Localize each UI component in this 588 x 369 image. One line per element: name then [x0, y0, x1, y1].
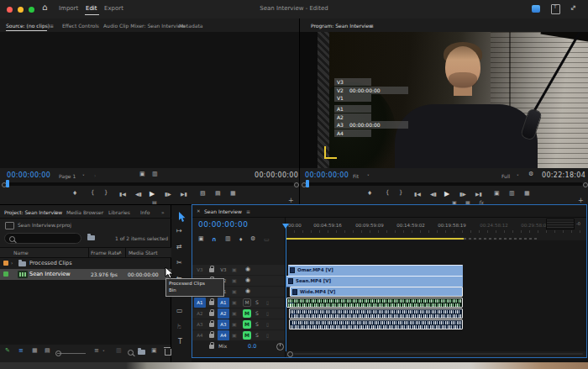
mix-gain-value[interactable]: 0.0 [248, 343, 256, 350]
audio-clip-a3[interactable] [289, 319, 463, 329]
minimize-window-button[interactable] [18, 7, 24, 13]
step-back-button[interactable]: ◀▮ [135, 192, 142, 197]
project-row-processed-clips[interactable]: › Processed Clips [0, 258, 171, 269]
mark-in-button[interactable]: { [91, 190, 94, 196]
clip-wide-v1[interactable]: Wide.MP4 [V] [290, 287, 463, 297]
mute-button[interactable]: M [243, 309, 251, 318]
voiceover-mic-icon[interactable]: ▯ [266, 300, 269, 305]
go-to-in-button[interactable]: ▮◀ [119, 192, 126, 197]
source-assign-a3[interactable]: A3 [194, 319, 206, 329]
linked-selection-icon[interactable]: ▥ [225, 236, 231, 242]
zoom-slider-track[interactable] [57, 353, 86, 354]
export-frame-button[interactable]: ▦ [230, 191, 236, 197]
new-bin-button[interactable] [138, 350, 145, 355]
audio-clip-a2[interactable] [289, 308, 463, 319]
timeline-playhead-line[interactable] [286, 228, 286, 351]
voiceover-mic-icon[interactable]: ▯ [266, 322, 269, 327]
lock-icon[interactable] [209, 268, 214, 272]
source-panel-menu-icon[interactable]: ≡ [50, 23, 54, 29]
pan-knob[interactable] [276, 343, 284, 351]
type-tool[interactable]: T [178, 339, 182, 345]
project-row-sean-interview[interactable]: Sean Interview 23.976 fps 00:00:00:00 [0, 269, 171, 280]
timeline-settings-wrench-icon[interactable]: ⚙ [250, 236, 255, 242]
source-assign-v3[interactable]: V3 [194, 265, 206, 275]
lock-icon[interactable] [209, 334, 214, 338]
mute-button[interactable]: M [243, 320, 251, 329]
twirl-icon[interactable]: › [11, 260, 13, 266]
home-icon[interactable]: ⌂ [42, 3, 47, 12]
toggle-track-output-eye-icon[interactable]: ◉ [245, 277, 250, 283]
sync-lock-icon[interactable]: ▣ [232, 299, 237, 305]
program-playhead[interactable] [306, 180, 309, 187]
find-button[interactable] [128, 350, 134, 356]
selection-tool[interactable] [178, 212, 186, 223]
chevron-right-icon[interactable]: › [94, 172, 96, 178]
chevron-down-icon[interactable]: ˅ [367, 174, 370, 179]
column-media-start[interactable]: Media Start [129, 250, 158, 256]
sync-lock-icon[interactable]: ▣ [232, 310, 237, 316]
sync-lock-icon[interactable]: ▣ [232, 277, 237, 283]
column-name[interactable]: Name [13, 250, 29, 256]
source-timecode-current[interactable]: 00:00:00:00 [7, 171, 50, 179]
timeline-timecode[interactable]: 00:00:00:00 [198, 220, 248, 229]
step-back-button[interactable]: ◀▮ [430, 192, 437, 197]
ripple-edit-tool[interactable]: ⇄ [176, 244, 182, 250]
timeline-panel-menu-icon[interactable]: ≡ [246, 208, 250, 214]
quick-export-icon[interactable]: ↑ [551, 4, 560, 14]
mark-out-button[interactable]: } [399, 190, 402, 196]
freeform-view-button[interactable]: ▤ [45, 347, 50, 354]
tab-sequence[interactable]: Sean Interview [204, 208, 242, 214]
program-zoom-handle-right[interactable] [583, 182, 588, 187]
tab-libraries[interactable]: Libraries [108, 209, 130, 215]
program-zoom-select[interactable]: Fit [353, 173, 359, 179]
extract-button[interactable]: ▥ [509, 191, 515, 197]
audio-meters[interactable] [546, 219, 575, 229]
toggle-track-output-eye-icon[interactable]: ◉ [245, 288, 250, 294]
label-color-chip[interactable] [3, 261, 8, 266]
step-forward-button[interactable]: ▮▶ [165, 192, 171, 197]
tab-edit[interactable]: Edit [86, 5, 97, 12]
source-display-icon[interactable]: ▥ [152, 171, 158, 177]
work-area-bar[interactable] [286, 238, 464, 240]
tab-program[interactable]: Program: Sean Interview [311, 23, 373, 29]
chevron-down-icon[interactable]: ˅ [82, 174, 85, 179]
close-window-button[interactable] [7, 7, 13, 13]
clip-omar-v3[interactable]: Omar.MP4 [V] [288, 265, 463, 277]
source-page-selector[interactable]: Page 1 [59, 173, 76, 179]
go-to-in-button[interactable]: ▮◀ [414, 192, 421, 197]
source-assign-a4[interactable]: A4 [194, 330, 206, 340]
tab-effect-controls[interactable]: Effect Controls [62, 23, 99, 29]
insert-button[interactable]: ▧ [200, 191, 206, 197]
bin-name[interactable]: Processed Clips [29, 260, 72, 266]
source-playhead[interactable] [6, 180, 9, 187]
track-select-forward-tool[interactable]: ↦ [176, 228, 182, 235]
solo-button[interactable]: S [255, 321, 259, 327]
clip-sean-v2[interactable]: Sean.MP4 [V] [286, 276, 463, 287]
lock-icon[interactable] [209, 301, 214, 305]
tab-export[interactable]: Export [104, 5, 123, 12]
solo-button[interactable]: S [255, 332, 259, 338]
track-target-a1[interactable]: A1 [218, 298, 229, 308]
hand-tool[interactable]: ☞ [176, 323, 183, 329]
go-to-out-button[interactable]: ▶▮ [181, 192, 187, 197]
lift-button[interactable]: ▣ [494, 191, 500, 197]
add-marker-button[interactable]: ♦ [72, 191, 77, 197]
tab-media-browser[interactable]: Media Browser [66, 209, 103, 215]
nest-sequence-icon[interactable]: ▣ [198, 236, 204, 242]
ruler-ticks[interactable] [286, 230, 586, 233]
program-scrubber[interactable] [305, 182, 583, 186]
program-panel-menu-icon[interactable]: ≡ [370, 23, 374, 29]
close-sequence-icon[interactable]: ✕ [197, 208, 201, 213]
mark-out-button[interactable]: } [104, 190, 108, 196]
new-item-button[interactable]: ▣ [151, 347, 157, 354]
workspace-icon[interactable] [532, 5, 540, 13]
caption-track-icon[interactable]: ▭ [264, 236, 270, 243]
sync-lock-icon[interactable]: ▣ [232, 332, 237, 338]
column-divider[interactable] [88, 247, 89, 258]
voiceover-mic-icon[interactable]: ▯ [266, 333, 269, 338]
track-target-a4[interactable]: A4 [218, 330, 229, 340]
chevron-down-icon[interactable]: ˅ [517, 174, 519, 179]
go-to-out-button[interactable]: ▶▮ [475, 192, 482, 197]
chevron-down-icon[interactable]: ˅ [102, 350, 105, 355]
project-breadcrumb[interactable]: Sean Interview.prproj [18, 222, 71, 228]
